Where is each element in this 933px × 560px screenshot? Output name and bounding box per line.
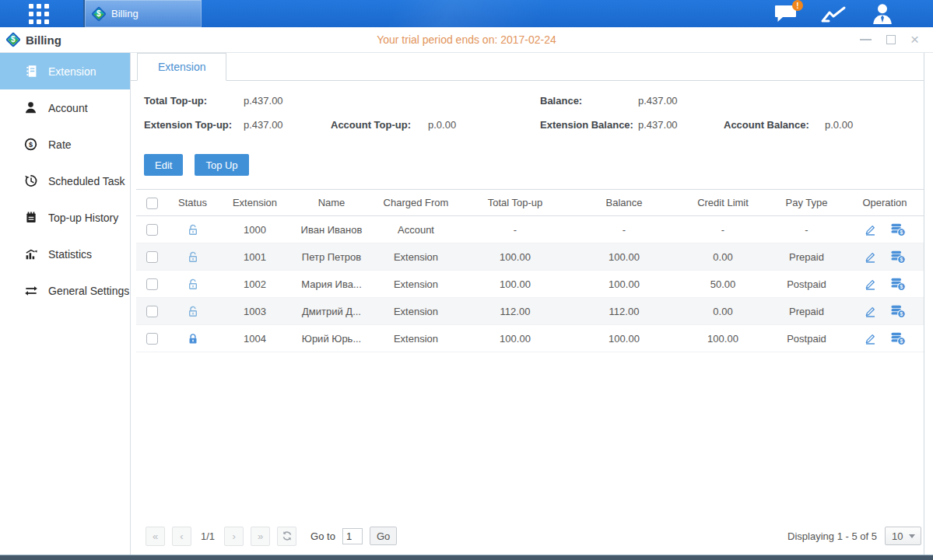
credit-limit-cell: 50.00 [679,278,767,290]
last-page-button[interactable]: » [251,527,270,546]
row-checkbox[interactable] [146,278,158,290]
table-row[interactable]: 1003Дмитрий Д...Extension112.00112.000.0… [136,298,924,325]
column-credit-limit: Credit Limit [679,197,767,208]
sidebar-item-label: Account [48,102,88,114]
table-row[interactable]: 1002Мария Ива...Extension100.00100.0050.… [136,271,924,298]
row-checkbox[interactable] [146,333,158,345]
minimize-icon[interactable] [860,39,872,40]
maximize-icon[interactable] [886,35,896,44]
table-header: Status Extension Name Charged From Total… [136,189,924,216]
billing-diamond-icon: $ [5,32,21,47]
table-row[interactable]: 1004Юрий Юрь...Extension100.00100.00100.… [136,325,924,352]
table-row[interactable]: 1000Иван ИвановAccount----$ [136,216,924,243]
total-topup-cell: 100.00 [461,251,570,263]
edit-row-icon[interactable] [864,223,877,236]
sidebar-item-rate[interactable]: $Rate [0,126,130,163]
edit-button[interactable]: Edit [144,154,183,176]
svg-text:$: $ [29,141,33,149]
window-title: Billing [26,33,61,47]
tab-extension[interactable]: Extension [137,53,226,81]
total-topup-cell: 100.00 [461,333,570,345]
svg-text:$: $ [900,338,903,345]
column-pay-type: Pay Type [767,197,846,208]
account-icon [23,101,38,114]
top-up-row-icon[interactable]: $ [890,304,906,318]
sidebar-item-scheduled-task[interactable]: Scheduled Task [0,163,130,199]
sidebar-item-top-up-history[interactable]: Top-up History [0,199,130,236]
sidebar-item-account[interactable]: Account [0,89,130,126]
trial-notice: Your trial period ends on: 2017-02-24 [0,33,933,46]
edit-row-icon[interactable] [864,305,877,318]
sidebar-item-extension[interactable]: Extension [0,53,130,89]
page-size-value: 10 [892,530,903,542]
taskbar: $ Billing ! [0,0,933,27]
name-cell: Дмитрий Д... [292,306,371,317]
sidebar-item-label: Rate [48,138,72,151]
extension-cell: 1004 [218,333,292,345]
sidebar-item-label: Extension [48,65,96,78]
edit-row-icon[interactable] [864,332,877,345]
taskbar-billing-tab[interactable]: $ Billing [83,0,202,27]
extension-panel: Total Top-up: p.437.00 Balance: p.437.00… [131,81,924,555]
prev-page-button[interactable]: ‹ [172,527,191,546]
first-page-button[interactable]: « [146,527,165,546]
top-up-row-icon[interactable]: $ [890,222,906,236]
sidebar-item-general-settings[interactable]: General Settings [0,272,130,309]
sidebar-item-statistics[interactable]: Statistics [0,236,130,272]
credit-limit-cell: 0.00 [679,251,767,263]
user-account-icon[interactable] [871,3,894,24]
top-up-button[interactable]: Top Up [195,154,248,176]
page-size-select[interactable]: 10 [885,527,921,545]
main-content: Extension Total Top-up: p.437.00 Balance… [131,53,924,555]
window-titlebar: $ Billing Your trial period ends on: 201… [0,27,933,53]
balance-cell: - [570,224,679,236]
go-button[interactable]: Go [370,527,397,545]
account-topup-value: p.0.00 [428,119,456,131]
account-balance-value: p.0.00 [825,119,853,131]
edit-row-icon[interactable] [864,278,877,291]
rate-icon: $ [23,138,38,151]
extension-topup-value: p.437.00 [244,119,283,131]
extension-cell: 1003 [218,306,292,317]
statistics-icon [23,247,38,261]
goto-page-input[interactable] [342,528,363,544]
top-up-row-icon[interactable]: $ [890,277,906,291]
topup-history-icon [23,211,38,224]
top-up-row-icon[interactable]: $ [890,331,906,345]
page-indicator: 1/1 [201,530,215,542]
notification-badge: ! [792,0,803,11]
reports-chart-icon[interactable] [821,4,847,24]
credit-limit-cell: 0.00 [679,306,767,317]
name-cell: Петр Петров [292,251,371,263]
next-page-button[interactable]: › [224,527,244,546]
lock-open-icon [187,250,199,264]
app-launcher-icon[interactable] [29,4,49,24]
svg-text:$: $ [900,229,903,236]
lock-open-icon [187,223,199,236]
balance-label: Balance: [540,95,582,107]
chevron-down-icon [909,534,915,538]
charged-from-cell: Account [371,224,461,236]
general-settings-icon [23,285,38,297]
total-topup-cell: 100.00 [461,278,570,290]
billing-diamond-icon: $ [91,6,107,22]
total-topup-value: p.437.00 [244,95,283,107]
messages-icon[interactable]: ! [773,4,798,23]
select-all-checkbox[interactable] [146,198,158,209]
tab-strip: Extension [131,53,924,81]
pay-type-cell: - [767,224,846,236]
refresh-icon[interactable] [277,527,296,546]
sidebar: ExtensionAccount$RateScheduled TaskTop-u… [0,53,131,555]
name-cell: Юрий Юрь... [292,333,371,345]
row-checkbox[interactable] [146,306,158,317]
row-checkbox[interactable] [146,224,158,236]
row-checkbox[interactable] [146,251,158,263]
top-up-row-icon[interactable]: $ [890,250,906,264]
column-charged-from: Charged From [371,197,461,208]
edit-row-icon[interactable] [864,250,877,264]
pay-type-cell: Postpaid [767,278,846,290]
table-row[interactable]: 1001Петр ПетровExtension100.00100.000.00… [136,243,924,271]
sidebar-item-label: General Settings [48,285,129,297]
balance-cell: 112.00 [570,306,679,317]
close-icon[interactable]: × [910,35,919,44]
